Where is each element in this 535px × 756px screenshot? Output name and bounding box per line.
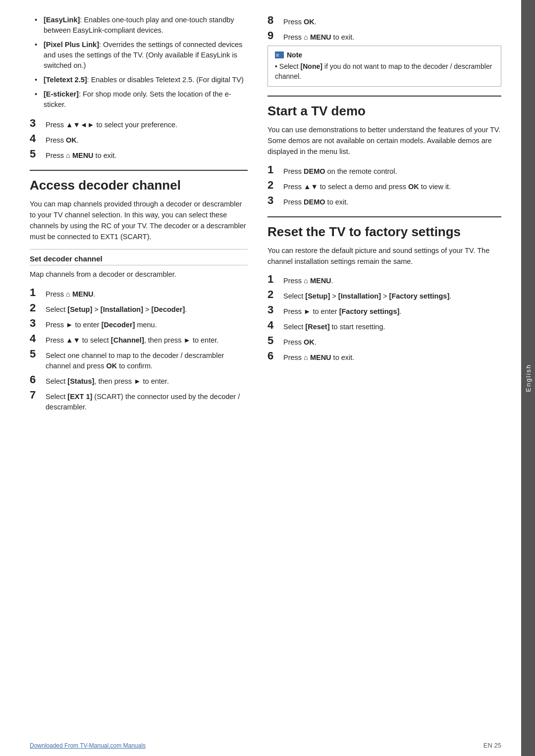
demo-step-1-text: Press DEMO on the remote control. (283, 164, 501, 177)
reset-factory-desc: You can restore the default picture and … (268, 246, 501, 267)
reset-step-4-num: 4 (268, 319, 283, 331)
right-step-8-num: 8 (268, 14, 283, 26)
reset-step-5-num: 5 (268, 335, 283, 347)
bullet-easylink: [EasyLink]: Enables one-touch play and o… (35, 15, 248, 36)
footer: Downloaded From TV-Manual.com Manuals EN… (0, 742, 521, 749)
demo-step-3-text: Press DEMO to exit. (283, 195, 501, 207)
footer-page-label: EN (483, 742, 492, 749)
decoder-step-2-num: 2 (30, 302, 46, 314)
decoder-step-5-num: 5 (30, 348, 46, 360)
right-step-8-text: Press OK. (283, 15, 501, 27)
step-5: 5 Press ⌂ MENU to exit. (30, 149, 248, 161)
access-decoder-title: Access decoder channel (30, 178, 248, 193)
decoder-step-7: 7 Select [EXT 1] (SCART) the connector u… (30, 390, 248, 412)
bullet-easylink-title: [EasyLink] (44, 16, 80, 24)
reset-step-1-text: Press ⌂ MENU. (283, 274, 501, 286)
set-decoder-desc: Map channels from a decoder or descrambl… (30, 269, 248, 280)
step-5-text: Press ⌂ MENU to exit. (46, 149, 248, 161)
note-box: Note • Select [None] if you do not want … (268, 46, 501, 87)
footer-link[interactable]: Downloaded From TV-Manual.com Manuals (30, 742, 146, 749)
reset-step-4: 4 Select [Reset] to start resetting. (268, 320, 501, 332)
demo-step-1-num: 1 (268, 164, 283, 176)
bullet-teletext-text: : Enables or disables Teletext 2.5. (For… (87, 76, 244, 84)
footer-page-num: 25 (494, 742, 501, 749)
step-3-num: 3 (30, 117, 46, 129)
main-content: [EasyLink]: Enables one-touch play and o… (0, 0, 521, 756)
divider-1 (30, 170, 248, 171)
demo-step-3-num: 3 (268, 195, 283, 206)
left-column: [EasyLink]: Enables one-touch play and o… (30, 15, 248, 741)
demo-step-2-num: 2 (268, 179, 283, 191)
decoder-step-4: 4 Press ▲▼ to select [Channel], then pre… (30, 333, 248, 346)
step-3-text: Press ▲▼◄► to select your preference. (46, 118, 248, 130)
reset-step-6-num: 6 (268, 350, 283, 362)
decoder-step-1-text: Press ⌂ MENU. (46, 287, 248, 300)
reset-step-1-num: 1 (268, 273, 283, 285)
decoder-step-7-num: 7 (30, 389, 46, 401)
note-title: Note (287, 51, 302, 59)
side-tab: English (521, 0, 535, 756)
side-tab-label: English (525, 364, 532, 392)
decoder-step-3-num: 3 (30, 317, 46, 329)
reset-step-6-text: Press ⌂ MENU to exit. (283, 351, 501, 363)
decoder-step-5: 5 Select one channel to map to the decod… (30, 349, 248, 371)
bullet-pixelplus-title: [Pixel Plus Link] (44, 41, 99, 49)
step-4-text: Press OK. (46, 133, 248, 146)
start-tv-demo-title: Start a TV demo (268, 103, 501, 119)
decoder-step-6-text: Select [Status], then press ► to enter. (46, 374, 248, 387)
demo-step-3: 3 Press DEMO to exit. (268, 195, 501, 207)
decoder-step-1: 1 Press ⌂ MENU. (30, 287, 248, 300)
note-content: • Select [None] if you do not want to ma… (275, 62, 494, 81)
decoder-step-7-text: Select [EXT 1] (SCART) the connector use… (46, 390, 248, 412)
note-header: Note (275, 51, 494, 59)
divider-4 (268, 216, 501, 217)
reset-step-3: 3 Press ► to enter [Factory settings]. (268, 304, 501, 317)
right-column: 8 Press OK. 9 Press ⌂ MENU to exit. Note… (268, 15, 501, 741)
decoder-step-4-num: 4 (30, 333, 46, 345)
decoder-step-6: 6 Select [Status], then press ► to enter… (30, 374, 248, 387)
divider-2 (30, 249, 248, 250)
reset-step-5: 5 Press OK. (268, 335, 501, 348)
bullet-teletext-title: [Teletext 2.5] (44, 76, 87, 84)
right-step-9: 9 Press ⌂ MENU to exit. (268, 30, 501, 43)
reset-step-2: 2 Select [Setup] > [Installation] > [Fac… (268, 289, 501, 302)
reset-step-1: 1 Press ⌂ MENU. (268, 274, 501, 286)
decoder-step-1-num: 1 (30, 287, 46, 299)
bullet-esticker-title: [E-sticker] (44, 90, 79, 98)
decoder-step-2-text: Select [Setup] > [Installation] > [Decod… (46, 302, 248, 315)
reset-step-2-text: Select [Setup] > [Installation] > [Facto… (283, 289, 501, 302)
right-step-8: 8 Press OK. (268, 15, 501, 27)
demo-step-1: 1 Press DEMO on the remote control. (268, 164, 501, 177)
divider-3 (268, 96, 501, 97)
demo-step-2: 2 Press ▲▼ to select a demo and press OK… (268, 180, 501, 192)
reset-step-3-text: Press ► to enter [Factory settings]. (283, 304, 501, 317)
demo-step-2-text: Press ▲▼ to select a demo and press OK t… (283, 180, 501, 192)
step-4: 4 Press OK. (30, 133, 248, 146)
right-step-9-num: 9 (268, 30, 283, 42)
reset-step-5-text: Press OK. (283, 335, 501, 348)
decoder-step-3: 3 Press ► to enter [Decoder] menu. (30, 318, 248, 330)
page-container: English [EasyLink]: Enables one-touch pl… (0, 0, 535, 756)
decoder-step-2: 2 Select [Setup] > [Installation] > [Dec… (30, 302, 248, 315)
bullet-pixelplus: [Pixel Plus Link]: Overrides the setting… (35, 40, 248, 71)
decoder-step-3-text: Press ► to enter [Decoder] menu. (46, 318, 248, 330)
decoder-step-6-num: 6 (30, 374, 46, 386)
bullet-list: [EasyLink]: Enables one-touch play and o… (30, 15, 248, 110)
access-decoder-desc: You can map channels provided through a … (30, 199, 248, 242)
footer-page: EN 25 (483, 742, 501, 749)
step-5-num: 5 (30, 148, 46, 160)
reset-step-2-num: 2 (268, 289, 283, 301)
decoder-step-5-text: Select one channel to map to the decoder… (46, 349, 248, 371)
start-tv-demo-desc: You can use demonstrations to better und… (268, 125, 501, 157)
set-decoder-subtitle: Set decoder channel (30, 254, 248, 265)
step-3: 3 Press ▲▼◄► to select your preference. (30, 118, 248, 130)
decoder-step-4-text: Press ▲▼ to select [Channel], then press… (46, 333, 248, 346)
reset-factory-title: Reset the TV to factory settings (268, 224, 501, 240)
step-4-num: 4 (30, 133, 46, 145)
bullet-esticker: [E-sticker]: For shop mode only. Sets th… (35, 89, 248, 110)
reset-step-3-num: 3 (268, 304, 283, 316)
note-icon (275, 51, 284, 58)
reset-step-4-text: Select [Reset] to start resetting. (283, 320, 501, 332)
bullet-teletext: [Teletext 2.5]: Enables or disables Tele… (35, 75, 248, 85)
right-step-9-text: Press ⌂ MENU to exit. (283, 30, 501, 43)
